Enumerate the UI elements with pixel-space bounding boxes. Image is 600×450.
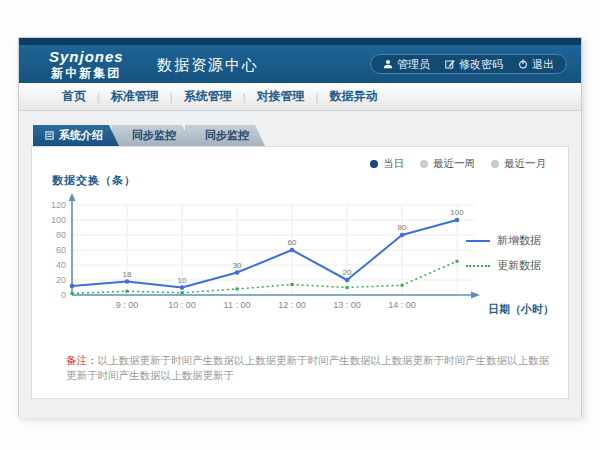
tab-label: 系统介绍 — [59, 125, 103, 146]
content-area: 系统介绍 同步监控 同步监控 当日 最近一周 — [19, 111, 581, 418]
line-chart: 0204060801001209 : 0010 : 0011 : 0012 : … — [42, 191, 502, 321]
svg-text:18: 18 — [123, 270, 132, 279]
radio-last-month[interactable]: 最近一月 — [491, 157, 546, 171]
tab-sync-monitor-2[interactable]: 同步监控 — [185, 125, 265, 146]
radio-dot — [491, 160, 499, 168]
chart-container: 0204060801001209 : 0010 : 0011 : 0012 : … — [42, 191, 502, 321]
page-title: 数据资源中心 — [157, 56, 259, 75]
svg-text:80: 80 — [398, 223, 407, 232]
edit-icon — [445, 59, 455, 69]
company-logo: Synjones 新中新集团 — [49, 48, 124, 82]
svg-text:80: 80 — [56, 230, 66, 240]
app-header: Synjones 新中新集团 数据资源中心 管理员 修改密 — [19, 45, 581, 83]
y-axis-title: 数据交换（条） — [52, 173, 136, 188]
change-password-button[interactable]: 修改密码 — [445, 57, 503, 72]
document-icon — [45, 131, 54, 140]
footnote-label: 备注： — [66, 354, 98, 366]
svg-text:40: 40 — [56, 260, 66, 270]
power-icon — [518, 59, 528, 69]
svg-text:20: 20 — [56, 275, 66, 285]
svg-text:14 : 00: 14 : 00 — [388, 300, 416, 310]
footnote-text: 以上数据更新于时间产生数据以上数据更新于时间产生数据以上数据更新于时间产生数据以… — [66, 354, 549, 381]
legend-item-new-data[interactable]: 新增数据 — [466, 233, 558, 248]
logout-button[interactable]: 退出 — [518, 57, 554, 72]
chart-panel: 当日 最近一周 最近一月 数据交换（条） 0204060801001209 : … — [31, 146, 569, 399]
legend-item-update-data[interactable]: 更新数据 — [466, 258, 558, 273]
svg-text:60: 60 — [288, 238, 297, 247]
svg-text:100: 100 — [450, 208, 464, 217]
svg-text:13 : 00: 13 : 00 — [333, 300, 361, 310]
tab-label: 同步监控 — [205, 125, 249, 146]
radio-label: 最近一月 — [504, 157, 546, 171]
user-menu: 管理员 修改密码 退出 — [370, 54, 567, 74]
logout-label: 退出 — [532, 57, 554, 72]
svg-text:60: 60 — [56, 245, 66, 255]
nav-item-interface-mgmt[interactable]: 对接管理 — [246, 88, 316, 105]
logo-company-name: 新中新集团 — [49, 65, 124, 82]
nav-item-home[interactable]: 首页 — [51, 88, 97, 105]
svg-text:11 : 00: 11 : 00 — [224, 300, 251, 310]
radio-label: 当日 — [383, 157, 404, 171]
radio-last-week[interactable]: 最近一周 — [420, 157, 475, 171]
time-range-selector: 当日 最近一周 最近一月 — [370, 157, 546, 171]
svg-text:120: 120 — [51, 200, 66, 210]
nav-item-data-change[interactable]: 数据异动 — [318, 88, 388, 105]
svg-text:10: 10 — [178, 276, 187, 285]
tab-label: 同步监控 — [132, 125, 176, 146]
series-legend: 新增数据 更新数据 — [466, 233, 558, 283]
legend-label: 更新数据 — [497, 258, 541, 273]
footnote: 备注：以上数据更新于时间产生数据以上数据更新于时间产生数据以上数据更新于时间产生… — [66, 353, 550, 382]
radio-dot — [420, 160, 428, 168]
nav-item-standard-mgmt[interactable]: 标准管理 — [100, 88, 170, 105]
current-user[interactable]: 管理员 — [383, 57, 430, 72]
nav-item-system-mgmt[interactable]: 系统管理 — [173, 88, 243, 105]
change-password-label: 修改密码 — [459, 57, 503, 72]
legend-line-swatch-new — [466, 240, 490, 242]
top-accent-strip — [19, 38, 581, 45]
legend-label: 新增数据 — [497, 233, 541, 248]
svg-text:20: 20 — [343, 268, 352, 277]
user-icon — [383, 59, 393, 69]
svg-text:30: 30 — [233, 261, 242, 270]
x-axis-title: 日期（小时） — [488, 302, 554, 317]
svg-text:0: 0 — [61, 290, 66, 300]
radio-label: 最近一周 — [433, 157, 475, 171]
logo-brand-text: Synjones — [49, 48, 124, 65]
legend-line-swatch-update — [466, 265, 490, 267]
radio-today[interactable]: 当日 — [370, 157, 404, 171]
main-nav: 首页 | 标准管理 | 系统管理 | 对接管理 | 数据异动 — [19, 83, 581, 111]
radio-dot — [370, 160, 378, 168]
tab-bar: 系统介绍 同步监控 同步监控 — [33, 125, 569, 146]
svg-text:12 : 00: 12 : 00 — [278, 300, 306, 310]
current-user-label: 管理员 — [397, 57, 430, 72]
app-window: Synjones 新中新集团 数据资源中心 管理员 修改密 — [18, 37, 582, 417]
tab-sync-monitor-1[interactable]: 同步监控 — [112, 125, 192, 146]
tab-system-intro[interactable]: 系统介绍 — [33, 125, 119, 146]
svg-text:9 : 00: 9 : 00 — [116, 300, 139, 310]
svg-text:10 : 00: 10 : 00 — [168, 300, 196, 310]
svg-text:100: 100 — [51, 215, 66, 225]
screenshot-stage: Synjones 新中新集团 数据资源中心 管理员 修改密 — [0, 0, 600, 450]
